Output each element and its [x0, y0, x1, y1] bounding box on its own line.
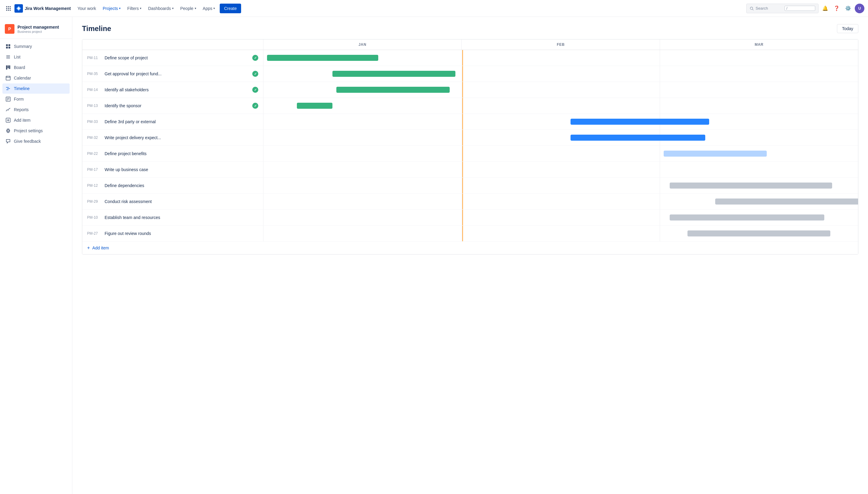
task-status-done: [252, 55, 258, 61]
add-item-row[interactable]: + Add item: [82, 241, 858, 254]
svg-rect-12: [6, 44, 8, 46]
gantt-bar[interactable]: [664, 151, 767, 157]
gantt-bar[interactable]: [571, 119, 709, 125]
task-name: Define scope of project: [105, 55, 249, 60]
gantt-bar[interactable]: [332, 71, 456, 77]
list-icon: [5, 54, 11, 60]
sidebar-item-timeline[interactable]: Timeline: [2, 83, 70, 94]
table-row[interactable]: PM-29Conduct risk assessment: [82, 194, 858, 210]
timeline-rows: PM-11Define scope of projectPM-35Get app…: [82, 50, 858, 241]
table-row[interactable]: PM-12Define dependencies: [82, 178, 858, 194]
gantt-bar[interactable]: [297, 103, 332, 109]
gantt-bar[interactable]: [715, 198, 858, 205]
search-bar[interactable]: Search /: [746, 4, 818, 13]
timeline-icon: [5, 86, 11, 91]
table-row[interactable]: PM-32Write project delivery expect...: [82, 130, 858, 146]
sidebar-item-form-label: Form: [14, 97, 24, 101]
main-content: Timeline Today JAN FEB MAR PM-11Define s…: [72, 17, 868, 494]
table-row[interactable]: PM-35Get approval for project fund...: [82, 66, 858, 82]
sidebar-item-add-item[interactable]: Add item: [2, 115, 70, 125]
gantt-bar[interactable]: [511, 167, 660, 173]
task-name: Identify the sponsor: [105, 103, 249, 108]
sidebar-item-project-settings[interactable]: Project settings: [2, 126, 70, 136]
table-row[interactable]: PM-10Establish team and resources: [82, 210, 858, 226]
month-jan: JAN: [263, 39, 461, 50]
gantt-bar[interactable]: [336, 87, 449, 93]
table-row[interactable]: PM-13Identify the sponsor: [82, 98, 858, 114]
summary-icon: [5, 44, 11, 49]
gantt-area: [263, 146, 858, 162]
today-button[interactable]: Today: [837, 24, 858, 33]
sidebar-item-give-feedback[interactable]: Give feedback: [2, 136, 70, 146]
search-shortcut: /: [784, 6, 815, 11]
search-icon: [750, 6, 754, 11]
add-item-icon: [5, 117, 11, 123]
table-row[interactable]: PM-22Define project benefits: [82, 146, 858, 162]
svg-point-36: [7, 130, 9, 132]
task-info: PM-29Conduct risk assessment: [82, 196, 263, 207]
svg-line-11: [753, 9, 754, 10]
table-row[interactable]: PM-17Write up business case: [82, 162, 858, 178]
main-navigation: Your work Projects ▾ Filters ▾ Dashboard…: [74, 4, 745, 13]
logo-text: Jira Work Management: [25, 6, 71, 11]
nav-dashboards[interactable]: Dashboards ▾: [145, 4, 177, 13]
reports-icon: [5, 107, 11, 112]
sidebar-item-board[interactable]: Board: [2, 62, 70, 73]
help-button[interactable]: ❓: [832, 4, 842, 13]
sidebar-item-calendar[interactable]: Calendar: [2, 73, 70, 83]
project-icon: P: [5, 24, 15, 34]
table-row[interactable]: PM-27Figure out review rounds: [82, 226, 858, 241]
gantt-area: [263, 66, 858, 82]
task-name: Write project delivery expect...: [105, 135, 258, 140]
user-avatar[interactable]: U: [855, 4, 864, 13]
settings-button[interactable]: ⚙️: [843, 4, 853, 13]
svg-rect-20: [7, 65, 9, 69]
gantt-bar[interactable]: [670, 183, 832, 189]
gantt-area: [263, 50, 858, 66]
task-status-done: [252, 71, 258, 77]
task-name: Define dependencies: [105, 183, 258, 188]
gantt-area: [263, 194, 858, 209]
gantt-bar[interactable]: [571, 135, 705, 141]
grid-menu-icon[interactable]: [4, 4, 13, 13]
sidebar-item-timeline-label: Timeline: [14, 86, 30, 91]
task-info: PM-13Identify the sponsor: [82, 100, 263, 112]
sidebar-item-list[interactable]: List: [2, 52, 70, 62]
gantt-area: [263, 162, 858, 177]
nav-apps[interactable]: Apps ▾: [200, 4, 218, 13]
task-info: PM-10Establish team and resources: [82, 212, 263, 223]
task-name: Write up business case: [105, 167, 258, 172]
task-info: PM-27Figure out review rounds: [82, 228, 263, 239]
gantt-bar[interactable]: [670, 214, 824, 221]
sidebar-item-reports[interactable]: Reports: [2, 104, 70, 115]
svg-rect-15: [8, 47, 10, 49]
table-row[interactable]: PM-14Identify all stakeholders: [82, 82, 858, 98]
table-row[interactable]: PM-11Define scope of project: [82, 50, 858, 66]
nav-people[interactable]: People ▾: [177, 4, 199, 13]
task-name: Define 3rd party or external: [105, 119, 258, 124]
project-info: Project management Business project: [17, 24, 59, 34]
task-id: PM-33: [87, 119, 101, 124]
sidebar-item-summary[interactable]: Summary: [2, 41, 70, 52]
sidebar-item-list-label: List: [14, 55, 20, 59]
nav-projects[interactable]: Projects ▾: [100, 4, 124, 13]
sidebar-item-form[interactable]: Form: [2, 94, 70, 104]
gantt-area: [263, 210, 858, 225]
project-settings-icon: [5, 128, 11, 133]
task-name: Identify all stakeholders: [105, 87, 249, 92]
sidebar-item-board-label: Board: [14, 65, 25, 70]
svg-rect-1: [8, 6, 9, 7]
timeline-label-column: [82, 39, 263, 50]
page-title: Timeline: [82, 24, 111, 33]
create-button[interactable]: Create: [220, 4, 241, 13]
add-item-label: Add item: [92, 246, 109, 250]
project-type: Business project: [17, 30, 59, 34]
nav-your-work[interactable]: Your work: [74, 4, 99, 13]
gantt-bar[interactable]: [687, 230, 830, 236]
gantt-bar[interactable]: [267, 55, 378, 61]
nav-filters[interactable]: Filters ▾: [124, 4, 144, 13]
notifications-button[interactable]: 🔔: [820, 4, 830, 13]
give-feedback-icon: [5, 138, 11, 144]
app-logo[interactable]: Jira Work Management: [15, 4, 71, 13]
table-row[interactable]: PM-33Define 3rd party or external: [82, 114, 858, 130]
